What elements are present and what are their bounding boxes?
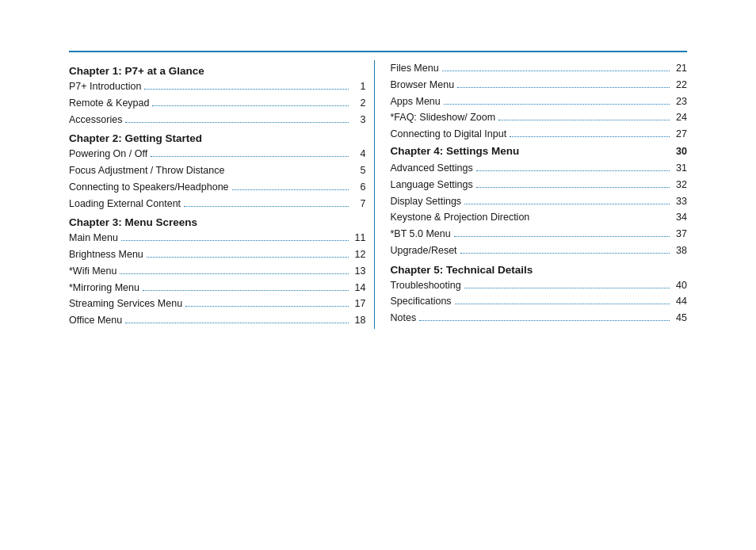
chapter-heading-with-page: Chapter 4: Settings Menu 30 [391, 143, 688, 160]
page-number: 37 [673, 227, 687, 242]
item-label: Streaming Services Menu [69, 296, 182, 311]
item-label: Loading External Content [69, 197, 181, 212]
dot-leader [120, 273, 348, 274]
dot-leader [476, 187, 670, 188]
toc-item: Keystone & Projection Direction 34 [391, 209, 688, 226]
item-label: *Wifi Menu [69, 264, 116, 279]
toc-item: P7+ Introduction 1 [69, 78, 366, 95]
dot-leader [143, 290, 349, 291]
toc-item: Streaming Services Menu 17 [69, 296, 366, 312]
dot-leader [442, 71, 670, 71]
page-number: 23 [673, 94, 687, 109]
item-label: Language Settings [391, 178, 473, 193]
dot-leader [125, 122, 348, 123]
toc-item: Connecting to Digital Input 27 [391, 126, 688, 143]
toc-item: *FAQ: Slideshow/ Zoom 24 [391, 109, 688, 126]
toc-item: Accessories 3 [69, 112, 366, 128]
toc-item: *Wifi Menu 13 [69, 263, 366, 280]
toc-item: Language Settings 32 [391, 177, 688, 193]
toc-item: Advanced Settings 31 [391, 160, 688, 177]
chapter-label: Chapter 4: Settings Menu [391, 143, 520, 159]
toc-item: Connecting to Speakers/Headphone 6 [69, 179, 366, 196]
page-number: 33 [673, 194, 687, 209]
dot-leader [454, 236, 670, 237]
dot-leader [464, 288, 670, 288]
toc-item: Troubleshooting 40 [391, 277, 688, 294]
toc-item: Loading External Content 7 [69, 196, 366, 212]
dot-leader [510, 136, 670, 137]
page-number: 44 [673, 294, 687, 309]
item-label: Brightness Menu [69, 247, 143, 262]
page-number: 13 [352, 264, 366, 279]
toc-item: Display Settings 33 [391, 193, 688, 210]
dot-leader [444, 104, 670, 105]
toc-item: Files Menu 21 [391, 60, 688, 77]
page-number: 30 [673, 144, 687, 159]
toc-item: *Mirroring Menu 14 [69, 280, 366, 296]
page-number: 7 [352, 197, 366, 212]
page-number: 11 [352, 231, 366, 246]
page: Chapter 1: P7+ at a Glance P7+ Introduct… [37, 17, 719, 533]
page-number: 24 [673, 110, 687, 125]
dot-leader [419, 320, 670, 321]
dot-leader [464, 204, 670, 204]
item-label: Advanced Settings [391, 161, 473, 176]
chapter-heading: Chapter 5: Technical Details [391, 264, 688, 276]
item-label: Troubleshooting [391, 278, 461, 293]
item-label: Display Settings [391, 194, 462, 209]
toc-item: Remote & Keypad 2 [69, 95, 366, 112]
chapter-heading: Chapter 3: Menu Screens [69, 216, 366, 228]
toc-item: Powering On / Off 4 [69, 146, 366, 162]
toc-item: Apps Menu 23 [391, 94, 688, 110]
dot-leader [125, 323, 348, 323]
divider [69, 51, 687, 52]
toc-item: Browser Menu 22 [391, 77, 688, 94]
item-label: Accessories [69, 113, 122, 128]
item-label: Specifications [391, 294, 452, 309]
page-number: 27 [673, 127, 687, 142]
page-number: 1 [352, 79, 366, 94]
page-number: 38 [673, 243, 687, 258]
item-label: Keystone & Projection Direction [391, 210, 530, 225]
item-label: Connecting to Speakers/Headphone [69, 180, 229, 195]
item-label: Connecting to Digital Input [391, 127, 507, 142]
page-number: 18 [352, 313, 366, 328]
dot-leader [121, 240, 349, 241]
toc-item: Brightness Menu 12 [69, 246, 366, 263]
dot-leader [498, 120, 670, 120]
page-number: 17 [352, 296, 366, 311]
dot-leader [460, 253, 670, 254]
dot-leader [455, 304, 670, 304]
page-number: 3 [352, 113, 366, 128]
toc-item: *BT 5.0 Menu 37 [391, 226, 688, 243]
chapter-heading: Chapter 2: Getting Started [69, 132, 366, 144]
page-number: 21 [673, 61, 687, 76]
page-number: 6 [352, 180, 366, 195]
dot-leader [144, 89, 348, 90]
chapter-heading: Chapter 1: P7+ at a Glance [69, 65, 366, 77]
page-number: 14 [352, 281, 366, 296]
item-label: Notes [391, 311, 417, 326]
toc-body: Chapter 1: P7+ at a Glance P7+ Introduct… [69, 60, 687, 329]
item-label: *Mirroring Menu [69, 281, 139, 296]
page-number: 2 [352, 96, 366, 111]
dot-leader [185, 306, 348, 307]
dot-leader [184, 206, 348, 207]
toc-item: Focus Adjustment / Throw Distance 5 [69, 162, 366, 179]
item-label: *FAQ: Slideshow/ Zoom [391, 110, 496, 125]
page-number: 4 [352, 147, 366, 162]
item-label: Apps Menu [391, 94, 441, 109]
item-label: *BT 5.0 Menu [391, 227, 451, 242]
page-number: 40 [673, 278, 687, 293]
page-number: 12 [352, 247, 366, 262]
dot-leader [476, 170, 670, 171]
page-number: 31 [673, 161, 687, 176]
item-label: Main Menu [69, 231, 118, 246]
toc-item: Office Menu 18 [69, 312, 366, 329]
dot-leader [147, 257, 349, 258]
dot-leader [152, 105, 348, 106]
toc-item: Main Menu 11 [69, 230, 366, 246]
item-label: Remote & Keypad [69, 96, 149, 111]
toc-item: Notes 45 [391, 310, 688, 327]
toc-item: Upgrade/Reset 38 [391, 243, 688, 259]
